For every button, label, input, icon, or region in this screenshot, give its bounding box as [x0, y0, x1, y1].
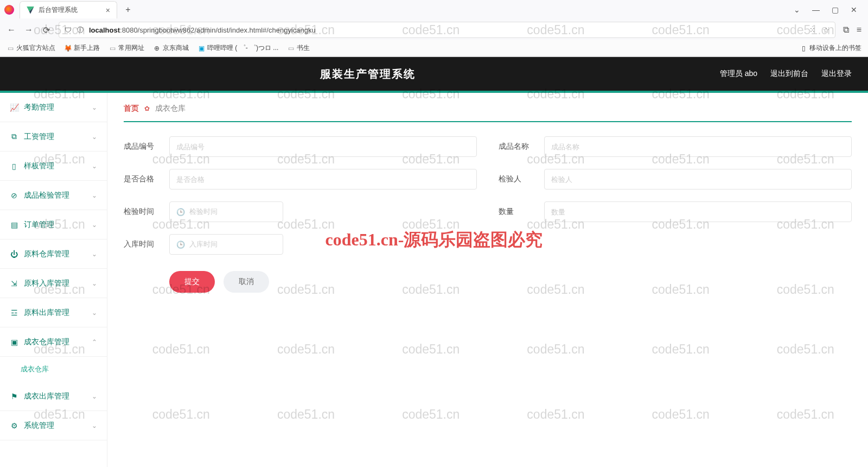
copy-icon: ⧉ [10, 132, 18, 141]
input-product-name[interactable] [544, 136, 852, 157]
row-inspector: 检验人 [499, 169, 852, 190]
row-in-time: 入库时间 🕒入库时间 [124, 234, 852, 255]
app-body: 📈考勤管理⌄ ⧉工资管理⌄ ▯样板管理⌄ ⊘成品检验管理⌄ ▤订单管理⌄ ⏻原料… [0, 93, 868, 467]
sidebar-item-attendance[interactable]: 📈考勤管理⌄ [0, 93, 107, 122]
sidebar-item-material-out[interactable]: ☲原料出库管理⌄ [0, 298, 107, 327]
row-inspect-time: 检验时间 🕒检验时间 [124, 201, 477, 222]
chevron-up-icon: ⌃ [92, 338, 97, 346]
cancel-button[interactable]: 取消 [224, 271, 269, 293]
bookmark-item[interactable]: ▭常用网址 [108, 43, 144, 53]
adjust-icon: ☲ [10, 308, 18, 317]
breadcrumb-sep-icon: ✿ [144, 105, 150, 112]
sidebar-item-salary[interactable]: ⧉工资管理⌄ [0, 122, 107, 152]
chevron-down-icon: ⌄ [92, 250, 97, 258]
header-user[interactable]: 管理员 abo [720, 69, 757, 79]
url-field[interactable]: 🛡 ⓘ localhost:8080/springbootww862/admin… [59, 22, 835, 38]
breadcrumb: 首页 ✿ 成衣仓库 [124, 104, 852, 122]
nav-refresh-icon[interactable] [41, 25, 51, 35]
mobile-icon: ▯ [800, 45, 807, 52]
qr-icon[interactable]: ⁙ [809, 26, 815, 34]
sidebar: 📈考勤管理⌄ ⧉工资管理⌄ ▯样板管理⌄ ⊘成品检验管理⌄ ▤订单管理⌄ ⏻原料… [0, 93, 107, 467]
chevron-down-icon: ⌄ [92, 104, 97, 111]
header-logout[interactable]: 退出登录 [821, 69, 852, 79]
bookmark-item[interactable]: ▭书生 [287, 43, 310, 53]
mobile-bookmarks[interactable]: ▯移动设备上的书签 [800, 43, 861, 53]
bookmark-item[interactable]: 🦊新手上路 [64, 43, 100, 53]
form: 成品编号 成品名称 是否合格 检验人 检验时间 🕒检验时间 数量 [124, 136, 852, 255]
window-maximize-icon[interactable]: ▢ [832, 5, 839, 14]
chevron-down-icon: ⌄ [92, 133, 97, 141]
label-product-no: 成品编号 [124, 142, 162, 152]
window-controls: ⌄ — ▢ ✕ [794, 5, 868, 14]
tab-title: 后台管理系统 [39, 5, 78, 15]
chevron-down-icon: ⌄ [92, 422, 97, 430]
label-inspect-time: 检验时间 [124, 207, 162, 217]
input-inspector[interactable] [544, 169, 852, 190]
box-icon: ▣ [10, 338, 18, 346]
window-dropdown-icon[interactable]: ⌄ [794, 5, 800, 14]
label-inspector: 检验人 [499, 174, 537, 184]
sidebar-item-garment-out[interactable]: ⚑成衣出库管理⌄ [0, 382, 107, 411]
label-in-time: 入库时间 [124, 239, 162, 249]
list-icon: ▤ [10, 220, 18, 229]
in-icon: ⇲ [10, 279, 18, 288]
gear-icon: ⚙ [10, 421, 18, 430]
bookmark-item[interactable]: ▭火狐官方站点 [7, 43, 55, 53]
sidebar-item-system[interactable]: ⚙系统管理⌄ [0, 411, 107, 440]
bookmark-item[interactable]: ▣哔哩哔哩 ( ゜- ゜)つロ ... [197, 43, 278, 53]
power-icon: ⏻ [10, 250, 18, 258]
chevron-down-icon: ⌄ [92, 162, 97, 170]
sidebar-item-garment-wh[interactable]: ▣成衣仓库管理⌃ [0, 327, 107, 357]
sidebar-item-material-in[interactable]: ⇲原料入库管理⌄ [0, 269, 107, 298]
folder-icon: ▭ [7, 45, 14, 52]
label-product-name: 成品名称 [499, 142, 537, 152]
window-minimize-icon[interactable]: — [812, 5, 820, 14]
menu-icon[interactable]: ≡ [857, 25, 861, 35]
browser-chrome: 后台管理系统 × + ⌄ — ▢ ✕ 🛡 ⓘ localhost:8080/sp… [0, 0, 868, 57]
url-text: localhost:8080/springbootww862/admin/dis… [89, 26, 316, 34]
app-header: 服装生产管理系统 管理员 abo 退出到前台 退出登录 [0, 57, 868, 91]
row-product-no: 成品编号 [124, 136, 477, 157]
jd-icon: ⊕ [153, 45, 161, 52]
chevron-down-icon: ⌄ [92, 192, 97, 199]
input-quantity[interactable] [544, 201, 852, 222]
header-to-front[interactable]: 退出到前台 [770, 69, 808, 79]
sidebar-item-order[interactable]: ▤订单管理⌄ [0, 210, 107, 239]
input-qualified[interactable] [169, 169, 477, 190]
nav-back-icon[interactable] [7, 25, 16, 35]
tab-bar: 后台管理系统 × + ⌄ — ▢ ✕ [0, 0, 868, 20]
new-tab-button[interactable]: + [122, 5, 135, 15]
row-quantity: 数量 [499, 201, 852, 222]
bookmark-item[interactable]: ⊕京东商城 [153, 43, 189, 53]
row-product-name: 成品名称 [499, 136, 852, 157]
phone-icon: ▯ [10, 162, 18, 171]
datepicker-in-time[interactable]: 🕒入库时间 [169, 234, 283, 255]
chevron-down-icon: ⌄ [92, 221, 97, 229]
clock-icon: 🕒 [176, 208, 185, 216]
tab-close-icon[interactable]: × [106, 6, 110, 15]
breadcrumb-home[interactable]: 首页 [124, 104, 139, 113]
browser-tab[interactable]: 后台管理系统 × [20, 1, 117, 18]
clock-icon: 🕒 [176, 241, 185, 249]
sidebar-sub-garment-wh[interactable]: 成衣仓库 [0, 357, 107, 382]
input-product-no[interactable] [169, 136, 477, 157]
content: 首页 ✿ 成衣仓库 成品编号 成品名称 是否合格 检验人 检验时间 [107, 93, 868, 467]
address-bar: 🛡 ⓘ localhost:8080/springbootww862/admin… [0, 20, 868, 40]
window-close-icon[interactable]: ✕ [851, 5, 857, 14]
firefox-logo-icon [4, 5, 14, 15]
flag-icon: ⚑ [10, 392, 18, 401]
bookmarks-bar: ▭火狐官方站点 🦊新手上路 ▭常用网址 ⊕京东商城 ▣哔哩哔哩 ( ゜- ゜)つ… [0, 40, 868, 56]
sidebar-item-template[interactable]: ▯样板管理⌄ [0, 152, 107, 181]
extensions-icon[interactable]: ⧉ [843, 25, 849, 35]
sidebar-item-qc[interactable]: ⊘成品检验管理⌄ [0, 181, 107, 210]
nav-forward-icon[interactable] [24, 25, 34, 35]
breadcrumb-current: 成衣仓库 [155, 104, 186, 113]
header-actions: 管理员 abo 退出到前台 退出登录 [720, 69, 852, 79]
label-quantity: 数量 [499, 207, 537, 217]
sidebar-item-material-wh[interactable]: ⏻原料仓库管理⌄ [0, 239, 107, 269]
label-qualified: 是否合格 [124, 174, 162, 184]
bookmark-star-icon[interactable]: ☆ [823, 26, 829, 34]
folder-icon: ▭ [108, 45, 116, 52]
submit-button[interactable]: 提交 [169, 271, 215, 293]
datepicker-inspect-time[interactable]: 🕒检验时间 [169, 201, 283, 222]
